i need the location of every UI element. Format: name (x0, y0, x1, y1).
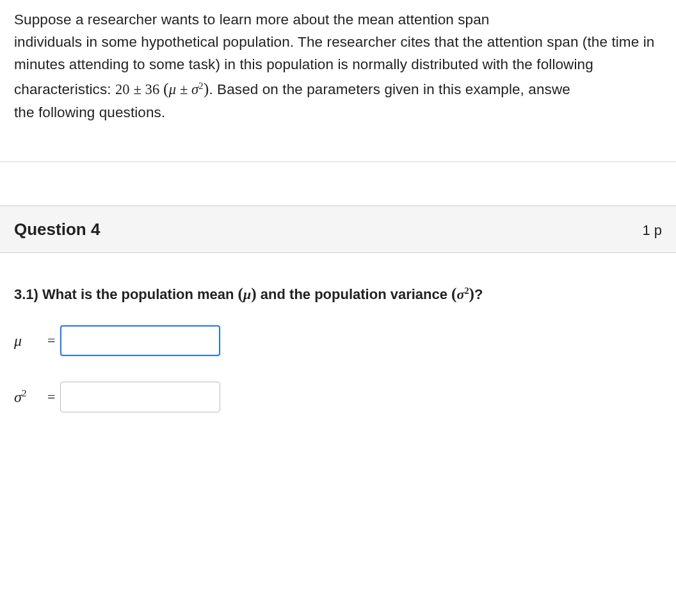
answer-row-sigma2: σ2 = (14, 382, 662, 412)
prompt-var-sigma2: (σ2) (451, 286, 474, 302)
question-header: Question 4 1 p (0, 206, 676, 253)
mu-input[interactable] (60, 325, 220, 356)
answer-row-mu: μ = (14, 325, 662, 356)
intro-text-3: . Based on the parameters given in this … (209, 81, 570, 97)
prompt-text-1: What is the population mean (42, 286, 238, 302)
prompt-var-mu: (μ) (238, 286, 257, 302)
intro-formula: 20 ± 36 (μ ± σ2) (115, 81, 209, 97)
sigma2-label: σ2 (14, 385, 45, 409)
intro-text-1: Suppose a researcher wants to learn more… (14, 12, 489, 28)
question-points: 1 p (642, 220, 662, 241)
divider (0, 161, 676, 162)
prompt-number: 3.1) (14, 286, 42, 302)
prompt-question-mark: ? (474, 286, 483, 302)
question-prompt: 3.1) What is the population mean (μ) and… (14, 281, 662, 306)
equals-sign: = (47, 386, 55, 408)
prompt-text-2: and the population variance (257, 286, 451, 302)
problem-intro: Suppose a researcher wants to learn more… (0, 0, 676, 142)
question-body: 3.1) What is the population mean (μ) and… (0, 253, 676, 444)
intro-text-4: the following questions. (14, 104, 165, 120)
equals-sign: = (47, 330, 55, 352)
intro-paragraph: Suppose a researcher wants to learn more… (14, 9, 662, 124)
mu-label: μ (14, 329, 45, 353)
question-title: Question 4 (14, 216, 100, 242)
sigma2-input[interactable] (60, 382, 220, 412)
